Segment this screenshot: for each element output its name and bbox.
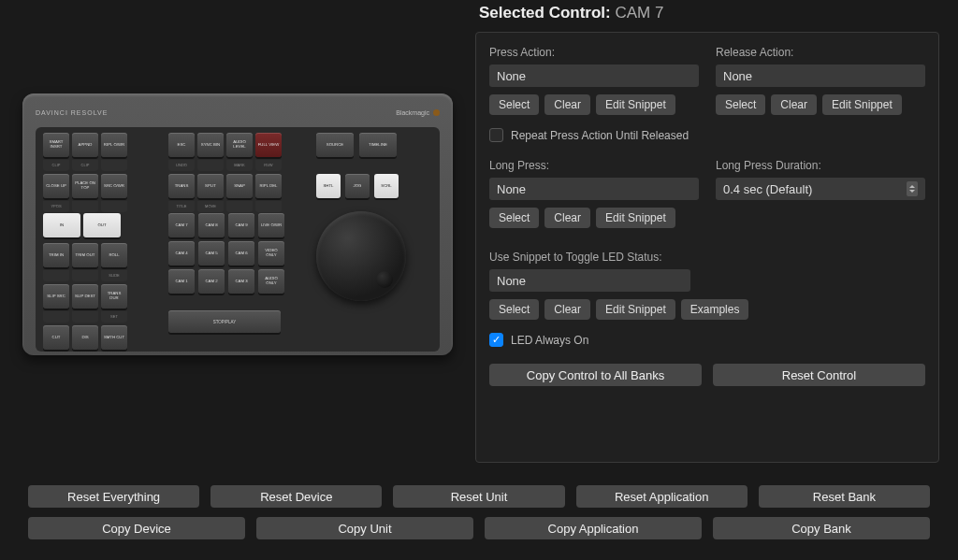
key-smth-cut[interactable]: SMTH CUT <box>101 325 127 350</box>
key-sync-bin[interactable]: SYNC BIN <box>197 133 224 157</box>
key-audio-only[interactable]: AUDIO ONLY <box>258 269 284 294</box>
led-always-on-label: LED Always On <box>511 334 588 347</box>
key-video-only[interactable]: VIDEO ONLY <box>258 241 284 266</box>
release-action-value[interactable]: None <box>716 65 925 87</box>
key-cam-5[interactable]: CAM 5 <box>198 241 225 266</box>
reset-everything-button[interactable]: Reset Everything <box>28 485 199 508</box>
key-esc[interactable]: ESC <box>168 133 195 157</box>
key-slip-dest[interactable]: SLIP DEST <box>72 284 98 309</box>
key-split[interactable]: SPLIT <box>197 174 224 198</box>
longpress-select-button[interactable]: Select <box>489 208 539 228</box>
key-ripl-owr[interactable]: RIPL O/WR <box>101 133 127 157</box>
stepper-icon <box>907 181 918 196</box>
longpress-clear-button[interactable]: Clear <box>544 208 590 228</box>
release-edit-snippet-button[interactable]: Edit Snippet <box>822 94 902 115</box>
key-cam-6[interactable]: CAM 6 <box>228 241 254 266</box>
key-dis[interactable]: DIS <box>72 325 98 350</box>
key-in[interactable]: IN <box>43 213 80 237</box>
selected-control-title: Selected Control: CAM 7 <box>475 4 939 22</box>
repeat-press-checkbox[interactable] <box>489 128 503 142</box>
maker-label: Blackmagic <box>396 109 440 116</box>
reset-control-button[interactable]: Reset Control <box>713 364 925 386</box>
press-action-value[interactable]: None <box>489 65 699 87</box>
key-close-up[interactable]: CLOSE UP <box>43 174 69 198</box>
jog-wheel[interactable] <box>316 211 406 301</box>
press-action-label: Press Action: <box>489 46 699 59</box>
key-full-view[interactable]: FULL VIEW <box>255 133 282 157</box>
key-cam-8[interactable]: CAM 8 <box>198 213 225 237</box>
release-select-button[interactable]: Select <box>716 94 765 115</box>
key-trans-dur[interactable]: TRANS DUR <box>101 284 127 309</box>
led-always-on-checkbox[interactable] <box>489 333 503 347</box>
key-cam-7[interactable]: CAM 7 <box>168 213 195 237</box>
led-snippet-label: Use Snippet to Toggle LED Status: <box>489 251 925 264</box>
copy-application-button[interactable]: Copy Application <box>485 517 702 539</box>
key-slip-src[interactable]: SLIP SRC <box>43 284 69 309</box>
key-src-owr[interactable]: SRC O/WR <box>101 174 127 198</box>
key-area: SMART INSRT APPND RIPL O/WR CLIP CLIP CL… <box>36 127 440 352</box>
control-settings-panel: Press Action: None Select Clear Edit Sni… <box>475 32 939 463</box>
press-clear-button[interactable]: Clear <box>544 94 590 115</box>
reset-bank-button[interactable]: Reset Bank <box>759 485 930 508</box>
key-smart-insrt[interactable]: SMART INSRT <box>43 133 69 157</box>
key-trim-in[interactable]: TRIM IN <box>43 243 69 267</box>
led-select-button[interactable]: Select <box>489 299 539 320</box>
key-cam-9[interactable]: CAM 9 <box>228 213 254 237</box>
repeat-press-label: Repeat Press Action Until Released <box>511 129 689 142</box>
led-snippet-value[interactable]: None <box>489 269 690 292</box>
reset-application-button[interactable]: Reset Application <box>576 485 748 508</box>
key-live-owr[interactable]: LIVE O/WR <box>258 213 284 237</box>
key-appnd[interactable]: APPND <box>72 133 98 157</box>
bottom-row-2: Copy Device Copy Unit Copy Application C… <box>28 517 930 539</box>
reset-device-button[interactable]: Reset Device <box>210 485 382 508</box>
copy-control-all-banks-button[interactable]: Copy Control to All Banks <box>489 364 702 386</box>
key-jog[interactable]: JOG <box>345 174 370 198</box>
copy-bank-button[interactable]: Copy Bank <box>713 517 930 539</box>
long-press-value[interactable]: None <box>489 178 699 200</box>
long-press-duration-label: Long Press Duration: <box>716 159 925 172</box>
press-edit-snippet-button[interactable]: Edit Snippet <box>596 94 675 115</box>
key-cam-1[interactable]: CAM 1 <box>168 269 195 294</box>
key-stop-play[interactable]: STOP/PLAY <box>168 310 281 333</box>
key-trans[interactable]: TRANS <box>168 174 195 198</box>
copy-unit-button[interactable]: Copy Unit <box>256 517 473 539</box>
press-select-button[interactable]: Select <box>489 94 539 115</box>
led-clear-button[interactable]: Clear <box>544 299 590 320</box>
key-snap[interactable]: SNAP <box>226 174 253 198</box>
reset-unit-button[interactable]: Reset Unit <box>393 485 564 508</box>
key-out[interactable]: OUT <box>83 213 121 237</box>
key-place-on-top[interactable]: PLACE ON TOP <box>72 174 98 198</box>
key-cut[interactable]: CUT <box>43 325 69 350</box>
key-trim-out[interactable]: TRIM OUT <box>72 243 98 267</box>
key-roll[interactable]: ROLL <box>101 243 127 267</box>
key-cam-3[interactable]: CAM 3 <box>228 269 254 294</box>
led-examples-button[interactable]: Examples <box>681 299 749 320</box>
key-cam-2[interactable]: CAM 2 <box>198 269 225 294</box>
key-shtl[interactable]: SHTL <box>316 174 341 198</box>
logo-dot-icon <box>433 109 440 116</box>
key-timeline[interactable]: TIMELINE <box>359 133 397 157</box>
long-press-duration-select[interactable]: 0.4 sec (Default) <box>716 178 925 200</box>
key-audio-level[interactable]: AUDIO LEVEL <box>226 133 253 157</box>
led-edit-snippet-button[interactable]: Edit Snippet <box>596 299 675 320</box>
release-action-label: Release Action: <box>716 46 925 59</box>
key-source[interactable]: SOURCE <box>316 133 354 157</box>
brand-label: DAVINCI RESOLVE <box>36 109 108 116</box>
release-clear-button[interactable]: Clear <box>771 94 817 115</box>
bottom-row-1: Reset Everything Reset Device Reset Unit… <box>28 485 930 508</box>
copy-device-button[interactable]: Copy Device <box>28 517 245 539</box>
key-cam-4[interactable]: CAM 4 <box>168 241 195 266</box>
key-scrl[interactable]: SCRL <box>374 174 399 198</box>
speed-editor-device: DAVINCI RESOLVE Blackmagic SMART INSRT A… <box>22 93 453 355</box>
long-press-label: Long Press: <box>489 159 699 172</box>
longpress-edit-snippet-button[interactable]: Edit Snippet <box>596 208 675 228</box>
key-ripl-del[interactable]: RIPL DEL <box>255 174 282 198</box>
